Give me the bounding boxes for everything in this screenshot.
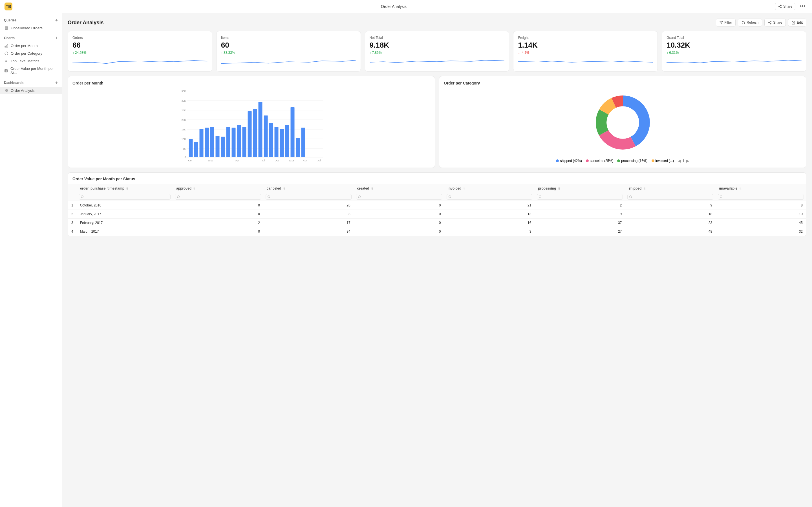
row-1-approved: 0: [173, 201, 263, 210]
svg-rect-61: [285, 125, 289, 157]
search-shipped-input[interactable]: [627, 194, 713, 200]
svg-point-22: [770, 21, 771, 22]
svg-rect-62: [291, 107, 295, 157]
row-3-approved: 2: [173, 219, 263, 227]
row-2-shipped: 18: [625, 210, 716, 219]
table2-icon: [4, 69, 8, 73]
add-chart-button[interactable]: +: [55, 36, 58, 40]
svg-text:0: 0: [185, 156, 186, 159]
svg-rect-13: [5, 69, 8, 72]
sidebar-item-undelivered-orders[interactable]: Undelivered Orders: [0, 24, 62, 32]
sidebar: Queries + Undelivered Orders Charts + Or…: [0, 13, 62, 507]
th-invoiced[interactable]: invoiced ⇅: [444, 184, 535, 193]
metric-net-total-sparkline: [370, 57, 505, 66]
sidebar-item-order-value[interactable]: Order Value per Month per St...: [0, 65, 62, 76]
search-canceled-input[interactable]: [266, 194, 352, 200]
svg-rect-5: [5, 27, 8, 30]
row-3-unavailable: 45: [716, 219, 806, 227]
metric-freight-value: 1.14K: [518, 41, 653, 50]
svg-rect-46: [205, 128, 209, 157]
svg-text:Oct: Oct: [188, 159, 192, 162]
filter-button[interactable]: Filter: [716, 18, 736, 26]
search-approved-input[interactable]: [175, 194, 261, 200]
svg-line-3: [779, 6, 781, 7]
charts-section: Charts + Order per Month Order per Categ…: [0, 34, 62, 76]
dashboards-section-header[interactable]: Dashboards +: [0, 79, 62, 87]
add-dashboard-button[interactable]: +: [55, 80, 58, 85]
th-approved[interactable]: approved ⇅: [173, 184, 263, 193]
svg-rect-44: [194, 142, 198, 157]
topbar-more-button[interactable]: •••: [798, 2, 808, 10]
sidebar-item-top-level-metrics[interactable]: # Top Level Metrics: [0, 57, 62, 65]
svg-text:Jul: Jul: [317, 159, 321, 162]
th-search-invoiced: [444, 193, 535, 201]
row-1-canceled: 26: [263, 201, 354, 210]
metric-grand-total-label: Grand Total: [666, 36, 802, 40]
svg-text:Apr: Apr: [235, 159, 239, 162]
svg-rect-57: [264, 115, 268, 157]
legend-invoiced: invoiced (...): [652, 159, 674, 163]
topbar-share-button[interactable]: Share: [775, 3, 795, 10]
svg-rect-18: [6, 89, 8, 91]
dashboard-title: Order Analysis: [68, 20, 103, 25]
add-query-button[interactable]: +: [55, 18, 58, 22]
queries-section-header[interactable]: Queries +: [0, 16, 62, 24]
search-unavailable-input[interactable]: [718, 194, 804, 200]
metric-net-total-label: Net Total: [370, 36, 505, 40]
legend-nav: ◀ 1 ▶: [678, 159, 689, 163]
svg-point-24: [770, 23, 771, 24]
legend-dot-shipped: [556, 159, 559, 162]
share-button[interactable]: Share: [764, 18, 786, 26]
legend-next-button[interactable]: ▶: [686, 159, 689, 163]
th-processing[interactable]: processing ⇅: [535, 184, 625, 193]
donut-chart-card: Order per Category: [439, 76, 806, 168]
legend-prev-button[interactable]: ◀: [678, 159, 681, 163]
row-3-invoiced: 16: [444, 219, 535, 227]
svg-rect-20: [6, 91, 8, 92]
search-timestamp-input[interactable]: [79, 194, 170, 200]
bar-chart-title: Order per Month: [72, 81, 430, 86]
table-search-row: [68, 193, 806, 201]
filter-icon: [719, 21, 723, 24]
svg-point-78: [606, 106, 639, 138]
search-created-input[interactable]: [356, 194, 442, 200]
legend-dot-invoiced: [652, 159, 654, 162]
svg-rect-58: [269, 123, 273, 157]
dashboard-header: Order Analysis Filter Refresh Share Edit: [68, 18, 806, 26]
search-processing-input[interactable]: [537, 194, 623, 200]
row-2-unavailable: 10: [716, 210, 806, 219]
svg-text:35K: 35K: [181, 90, 186, 93]
th-created[interactable]: created ⇅: [354, 184, 444, 193]
th-order-purchase-timestamp[interactable]: order_purchase_timestamp ⇅: [77, 184, 173, 193]
metric-items: Items 60 ↑ 33.33%: [216, 31, 361, 71]
metric-grand-total-sparkline: [666, 57, 802, 66]
sidebar-item-order-per-category[interactable]: Order per Category: [0, 50, 62, 57]
row-1-date: October, 2016: [77, 201, 173, 210]
svg-rect-11: [7, 45, 8, 47]
svg-text:2018: 2018: [289, 159, 294, 162]
th-search-approved: [173, 193, 263, 201]
arrow-up-icon: ↑: [72, 51, 74, 55]
th-unavailable[interactable]: unavailable ⇅: [716, 184, 806, 193]
th-search-shipped: [625, 193, 716, 201]
svg-marker-21: [720, 21, 723, 24]
sort-icon-canceled: ⇅: [283, 187, 285, 190]
table-row: 4 March, 2017 0 34 0 3 27 48 32: [68, 227, 806, 236]
metric-net-total-value: 9.18K: [370, 41, 505, 50]
th-canceled[interactable]: canceled ⇅: [263, 184, 354, 193]
topbar-title: Order Analysis: [381, 4, 407, 9]
sidebar-item-order-analysis[interactable]: Order Analysis: [0, 87, 62, 94]
refresh-button[interactable]: Refresh: [738, 18, 762, 26]
arrow-up-icon3: ↑: [370, 51, 371, 55]
th-shipped[interactable]: shipped ⇅: [625, 184, 716, 193]
legend-canceled: canceled (25%): [586, 159, 613, 163]
edit-button[interactable]: Edit: [788, 18, 806, 26]
search-invoiced-input[interactable]: [447, 194, 532, 200]
svg-point-0: [780, 5, 781, 6]
sidebar-item-order-per-month[interactable]: Order per Month: [0, 42, 62, 50]
charts-section-header[interactable]: Charts +: [0, 34, 62, 42]
svg-rect-48: [216, 136, 220, 157]
svg-rect-43: [189, 139, 193, 157]
row-2-date: January, 2017: [77, 210, 173, 219]
arrow-up-icon2: ↑: [221, 51, 223, 55]
